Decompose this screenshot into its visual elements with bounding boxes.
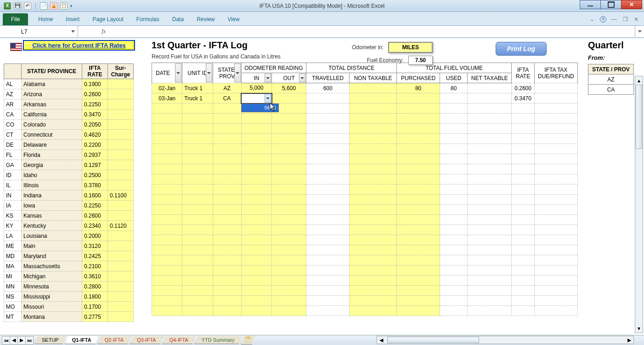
state-code[interactable]: MI bbox=[4, 271, 22, 282]
state-cell[interactable]: AZ bbox=[213, 83, 241, 93]
scroll-right-icon[interactable]: ▶ bbox=[625, 336, 633, 344]
hdr-out[interactable]: OUT bbox=[272, 73, 306, 83]
due-cell[interactable] bbox=[534, 93, 577, 104]
state-rate[interactable]: 0.2050 bbox=[82, 120, 108, 130]
state-name[interactable]: Colorado bbox=[22, 120, 82, 130]
state-cell[interactable]: CA bbox=[213, 93, 241, 104]
excel-icon[interactable]: X bbox=[4, 2, 11, 10]
filter-icon[interactable] bbox=[299, 74, 305, 82]
scroll-thumb[interactable] bbox=[387, 337, 479, 343]
used-cell[interactable]: 80 bbox=[440, 83, 468, 93]
close-button[interactable]: ✕ bbox=[621, 0, 642, 9]
filter-icon[interactable] bbox=[234, 63, 241, 82]
ifta-rates-link[interactable]: Click here for Current IFTA Rates bbox=[32, 42, 126, 49]
state-name[interactable]: Indiana bbox=[22, 190, 82, 201]
ribbon-tab[interactable]: Formulas bbox=[130, 13, 166, 25]
dropdown-icon[interactable] bbox=[265, 94, 271, 103]
sheet-tab-q3[interactable]: Q3-IFTA bbox=[130, 336, 163, 344]
state-name[interactable]: Massachusetts bbox=[22, 261, 82, 271]
state-surcharge[interactable] bbox=[108, 211, 134, 221]
purchased-cell[interactable] bbox=[397, 93, 440, 104]
odometer-out-cell[interactable] bbox=[272, 93, 306, 104]
state-rate[interactable]: 0.2937 bbox=[82, 150, 108, 160]
sheet-last-icon[interactable]: ⏭ bbox=[25, 336, 34, 345]
state-rate[interactable]: 0.2425 bbox=[82, 251, 108, 261]
state-rate[interactable]: 0.4620 bbox=[82, 130, 108, 140]
state-code[interactable]: AZ bbox=[4, 89, 22, 99]
sheet-tab-q4[interactable]: Q4-IFTA bbox=[162, 336, 195, 344]
sheet-tab-q2[interactable]: Q2-IFTA bbox=[98, 336, 130, 344]
hdr-date[interactable]: DATE bbox=[152, 63, 182, 83]
minimize-button[interactable] bbox=[580, 0, 601, 9]
state-surcharge[interactable] bbox=[108, 231, 134, 241]
ribbon-tab[interactable]: Home bbox=[32, 13, 59, 25]
state-name[interactable]: Alabama bbox=[22, 79, 82, 89]
state-surcharge[interactable] bbox=[108, 292, 134, 302]
state-name[interactable]: Missouri bbox=[22, 302, 82, 312]
help-icon[interactable]: ? bbox=[600, 16, 606, 23]
state-rate[interactable]: 0.2775 bbox=[82, 312, 108, 322]
state-rate[interactable]: 0.2800 bbox=[82, 282, 108, 292]
summary-cell[interactable]: AZ bbox=[588, 75, 634, 85]
state-surcharge[interactable] bbox=[108, 282, 134, 292]
sheet-next-icon[interactable]: ▶ bbox=[17, 336, 26, 345]
state-code[interactable]: FL bbox=[4, 150, 22, 160]
state-code[interactable]: CA bbox=[4, 109, 22, 120]
date-cell[interactable]: 02-Jan bbox=[152, 83, 182, 93]
travelled-cell[interactable]: 600 bbox=[306, 83, 350, 93]
state-rate[interactable]: 0.1600 bbox=[82, 190, 108, 201]
state-surcharge[interactable] bbox=[108, 140, 134, 150]
state-code[interactable]: ID bbox=[4, 170, 22, 180]
undo-icon[interactable]: ↶ bbox=[24, 2, 31, 10]
new-sheet-tab[interactable] bbox=[241, 336, 255, 345]
state-surcharge[interactable] bbox=[108, 79, 134, 89]
state-rate[interactable]: 0.2600 bbox=[82, 211, 108, 221]
sheet-tab-q1[interactable]: Q1-IFTA bbox=[65, 336, 98, 344]
sheet-prev-icon[interactable]: ◀ bbox=[10, 336, 18, 345]
name-box[interactable]: L7 bbox=[0, 26, 78, 37]
state-rate[interactable]: 0.2600 bbox=[82, 89, 108, 99]
state-name[interactable]: Illinois bbox=[22, 180, 82, 190]
state-rate[interactable]: 0.1900 bbox=[82, 79, 108, 89]
used-cell[interactable] bbox=[440, 93, 468, 104]
state-name[interactable]: Arkansas bbox=[22, 99, 82, 109]
state-rate[interactable]: 0.3470 bbox=[82, 109, 108, 120]
sheet-tab-setup[interactable]: SETUP bbox=[35, 336, 66, 344]
due-cell[interactable] bbox=[534, 83, 577, 93]
state-name[interactable]: Delaware bbox=[22, 140, 82, 150]
state-surcharge[interactable] bbox=[108, 180, 134, 190]
state-rate[interactable]: 0.2250 bbox=[82, 201, 108, 211]
state-surcharge[interactable]: 0.1120 bbox=[108, 221, 134, 231]
nettax-cell[interactable] bbox=[468, 93, 512, 104]
state-surcharge[interactable] bbox=[108, 302, 134, 312]
state-rate[interactable]: 0.2250 bbox=[82, 99, 108, 109]
state-name[interactable]: Kentucky bbox=[22, 221, 82, 231]
state-surcharge[interactable]: 0.1100 bbox=[108, 190, 134, 201]
state-code[interactable]: KY bbox=[4, 221, 22, 231]
ribbon-tab[interactable]: Page Layout bbox=[86, 13, 130, 25]
state-name[interactable]: California bbox=[22, 109, 82, 120]
odometer-out-cell[interactable]: 5,600 bbox=[272, 83, 306, 93]
sheet-tab-ytd[interactable]: YTD Summary bbox=[195, 336, 242, 344]
state-code[interactable]: CO bbox=[4, 120, 22, 130]
qat-icon[interactable]: 📋 bbox=[60, 2, 68, 10]
rate-cell[interactable]: 0.3470 bbox=[512, 93, 534, 104]
state-name[interactable]: Georgia bbox=[22, 160, 82, 170]
state-code[interactable]: ME bbox=[4, 241, 22, 251]
state-rate[interactable]: 0.3610 bbox=[82, 271, 108, 282]
state-code[interactable]: MA bbox=[4, 261, 22, 271]
hdr-unit[interactable]: UNIT ID bbox=[182, 63, 213, 83]
dropdown-list[interactable]: 5600 bbox=[241, 104, 279, 112]
state-surcharge[interactable] bbox=[108, 99, 134, 109]
unit-cell[interactable]: Truck 1 bbox=[182, 83, 213, 93]
state-name[interactable]: Michigan bbox=[22, 271, 82, 282]
hdr-state[interactable]: STATE/ PROV bbox=[213, 63, 241, 83]
formula-bar-expand-icon[interactable] bbox=[635, 26, 644, 37]
state-name[interactable]: Idaho bbox=[22, 170, 82, 180]
state-rate[interactable]: 0.2500 bbox=[82, 170, 108, 180]
filter-icon[interactable] bbox=[175, 63, 181, 82]
save-icon[interactable]: 💾 bbox=[14, 2, 21, 10]
state-name[interactable]: Main bbox=[22, 241, 82, 251]
qat-icon[interactable]: 🔒 bbox=[50, 2, 57, 10]
state-rate[interactable]: 0.2100 bbox=[82, 261, 108, 271]
